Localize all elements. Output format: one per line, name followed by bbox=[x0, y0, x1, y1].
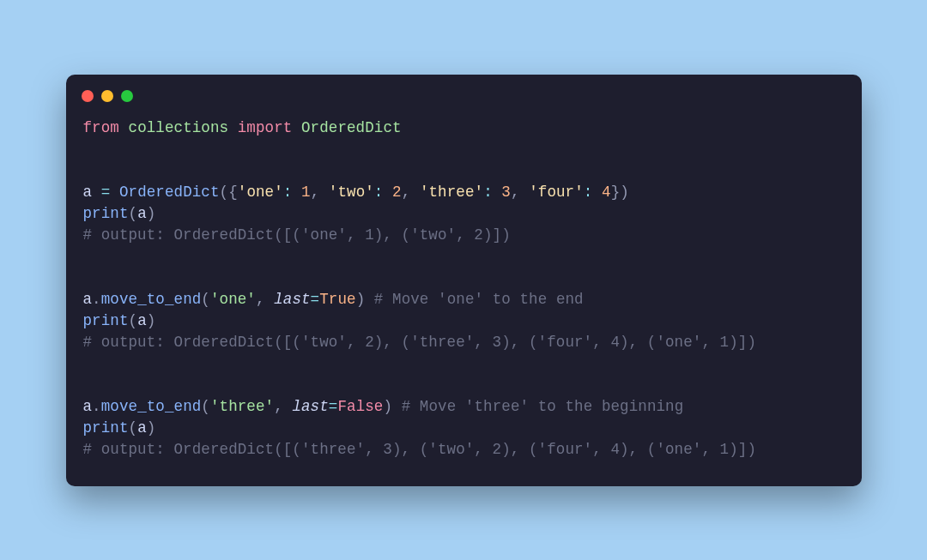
var-a: a bbox=[83, 291, 93, 308]
var-a: a bbox=[83, 184, 93, 201]
bool-false: False bbox=[337, 398, 383, 415]
str-two: 'two' bbox=[329, 184, 374, 201]
comment-output-2: # output: OrderedDict([('two', 2), ('thr… bbox=[83, 334, 757, 351]
str-three: 'three' bbox=[210, 398, 274, 415]
var-a: a bbox=[83, 398, 93, 415]
paren-open: ( bbox=[129, 205, 138, 222]
arg-a: a bbox=[137, 312, 147, 329]
kwarg-last: last bbox=[292, 398, 328, 415]
num-3: 3 bbox=[501, 184, 511, 201]
call-print: print bbox=[83, 419, 129, 437]
comment-output-1: # output: OrderedDict([('one', 1), ('two… bbox=[83, 226, 511, 244]
call-move-to-end: move_to_end bbox=[101, 291, 202, 308]
num-1: 1 bbox=[301, 184, 311, 201]
code-block: from collections import OrderedDict a = … bbox=[66, 107, 862, 486]
comma: , bbox=[311, 184, 320, 201]
paren-close: ) bbox=[147, 419, 156, 437]
paren-open: ( bbox=[129, 312, 138, 329]
dot: . bbox=[92, 398, 101, 415]
punc: }) bbox=[611, 184, 629, 201]
comment-move-begin: # Move 'three' to the beginning bbox=[402, 398, 684, 415]
paren-close: ) bbox=[383, 398, 392, 415]
op-eq: = bbox=[329, 398, 338, 415]
close-icon[interactable] bbox=[82, 90, 94, 102]
module-collections: collections bbox=[129, 119, 229, 136]
keyword-from: from bbox=[83, 119, 119, 136]
comment-move-end: # Move 'one' to the end bbox=[374, 291, 584, 308]
class-ordereddict: OrderedDict bbox=[301, 119, 402, 136]
keyword-import: import bbox=[238, 119, 293, 136]
kwarg-last: last bbox=[274, 291, 310, 308]
paren-open: ( bbox=[201, 398, 210, 415]
comment-output-3: # output: OrderedDict([('three', 3), ('t… bbox=[83, 441, 757, 458]
comma: , bbox=[511, 184, 520, 201]
paren-open: ( bbox=[129, 419, 138, 437]
comma: , bbox=[402, 184, 411, 201]
comma: , bbox=[274, 398, 283, 415]
comma: , bbox=[256, 291, 265, 308]
dot: . bbox=[92, 291, 101, 308]
paren-open: ( bbox=[201, 291, 210, 308]
str-three: 'three' bbox=[420, 184, 483, 201]
num-2: 2 bbox=[392, 184, 402, 201]
call-ordereddict: OrderedDict bbox=[119, 184, 220, 201]
minimize-icon[interactable] bbox=[101, 90, 113, 102]
stage: from collections import OrderedDict a = … bbox=[0, 0, 927, 560]
punc: ({ bbox=[220, 184, 238, 201]
colon: : bbox=[374, 184, 384, 201]
zoom-icon[interactable] bbox=[121, 90, 133, 102]
str-four: 'four' bbox=[529, 184, 584, 201]
titlebar bbox=[66, 75, 862, 107]
op-eq: = bbox=[311, 291, 320, 308]
str-one: 'one' bbox=[238, 184, 283, 201]
paren-close: ) bbox=[147, 205, 156, 222]
call-move-to-end: move_to_end bbox=[101, 398, 202, 415]
call-print: print bbox=[83, 205, 129, 222]
str-one: 'one' bbox=[210, 291, 256, 308]
call-print: print bbox=[83, 312, 129, 329]
num-4: 4 bbox=[602, 184, 611, 201]
op-eq: = bbox=[101, 184, 111, 201]
paren-close: ) bbox=[147, 312, 156, 329]
colon: : bbox=[584, 184, 593, 201]
arg-a: a bbox=[137, 205, 147, 222]
bool-true: True bbox=[319, 291, 355, 308]
paren-close: ) bbox=[356, 291, 366, 308]
colon: : bbox=[483, 184, 493, 201]
arg-a: a bbox=[137, 419, 147, 437]
colon: : bbox=[283, 184, 293, 201]
code-window: from collections import OrderedDict a = … bbox=[66, 75, 862, 486]
